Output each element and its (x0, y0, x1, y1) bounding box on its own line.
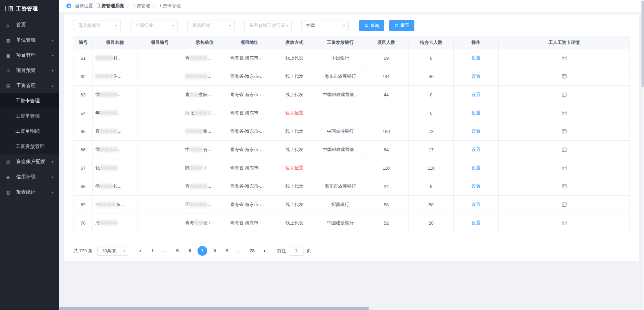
settings-link[interactable]: 设置 (472, 92, 481, 97)
breadcrumb-root[interactable]: 工资管理系统 (97, 3, 124, 9)
cell-contractor: 青某某某某... (182, 177, 227, 196)
cell-project-code (137, 214, 182, 232)
goto-label: 前往 (277, 248, 286, 254)
sidebar-item-home[interactable]: ⌂首页 (0, 17, 59, 32)
projects-table: 编号项目名称项目编号承包单位项目地址发放方式工资发放银行项目人数待办卡人数操作工… (74, 36, 630, 232)
page-size-select[interactable]: 10条/页 ▾ (97, 246, 129, 256)
cell-people: 110 (364, 159, 409, 177)
wage-card-detail-icon[interactable] (561, 147, 567, 152)
wage-card-detail-icon[interactable] (561, 129, 567, 134)
goto-page-input[interactable] (289, 246, 304, 256)
sidebar-item-report[interactable]: ▥报表统计▾ (0, 185, 59, 200)
cell-address: 青海省-海东市-... (227, 214, 272, 232)
cell-contractor: 中某某某有... (182, 141, 227, 159)
horizontal-scrollbar-thumb[interactable] (59, 307, 369, 310)
settings-link[interactable]: 设置 (472, 110, 481, 115)
cell-project-code (137, 49, 182, 67)
settings-link[interactable]: 设置 (472, 147, 481, 152)
sidebar-subitem[interactable]: 工资单管理 (0, 109, 59, 124)
table-header-row: 编号项目名称项目编号承包单位项目地址发放方式工资发放银行项目人数待办卡人数操作工… (74, 36, 630, 49)
cell-action: 设置 (454, 67, 499, 86)
cell-address: 青海省-海东市-... (227, 177, 272, 196)
wage-card-detail-icon[interactable] (561, 55, 567, 61)
cell-project-code (137, 141, 182, 159)
cell-method: 线上代发 (272, 177, 317, 196)
wage-card-detail-icon[interactable] (561, 220, 567, 226)
wage-card-detail-icon[interactable] (561, 202, 567, 207)
breadcrumb-prefix: 当前位置: (75, 3, 94, 9)
settings-link[interactable]: 设置 (472, 202, 481, 207)
breadcrumb-separator: / (127, 3, 129, 9)
chevron-down-icon: ▾ (52, 190, 54, 194)
sidebar-subitem[interactable]: 工资单明细 (0, 124, 59, 139)
filter-select-2[interactable]: 全部行业▾ (131, 20, 178, 31)
logo-divider (5, 6, 6, 11)
page-list: 1...56789...78 (146, 246, 258, 256)
settings-link[interactable]: 设置 (472, 184, 481, 189)
cell-bank: 海东市农商银行 (317, 177, 364, 196)
app-layout: 工资管理 ⌂首页▦单位管理▾▣项目管理▾⚠项目预警▾▤工资管理▴工资卡管理工资单… (0, 0, 644, 310)
sidebar-subitem[interactable]: 工资卡管理 (0, 93, 59, 109)
wage-card-detail-icon[interactable] (561, 110, 567, 116)
wage-card-detail-icon[interactable] (561, 92, 567, 97)
cell-pending: 9 (409, 177, 454, 196)
settings-link[interactable]: 设置 (472, 74, 481, 79)
wage-doc-logo-icon (8, 6, 13, 11)
page-button-7[interactable]: 7 (198, 246, 207, 256)
filter-select-3[interactable]: 所选区域▾ (188, 20, 235, 31)
table-row: 66循某某某某...中某某某有...青海省-海东市-...线上代发中国邮政储蓄银… (74, 141, 630, 159)
next-page-button[interactable]: › (260, 246, 269, 256)
sidebar-item-unit[interactable]: ▦单位管理▾ (0, 32, 59, 48)
cell-method: 线上代发 (272, 214, 317, 232)
reset-button[interactable]: 重置 (389, 20, 414, 31)
settings-link[interactable]: 设置 (472, 220, 481, 225)
filter-select-4[interactable]: 是否有施工许可证▾ (244, 20, 292, 31)
refresh-icon (394, 24, 398, 28)
prev-page-button[interactable]: ‹ (135, 246, 145, 256)
sidebar: 工资管理 ⌂首页▦单位管理▾▣项目管理▾⚠项目预警▾▤工资管理▴工资卡管理工资单… (0, 0, 59, 310)
vertical-scrollbar-thumb[interactable] (642, 1, 644, 87)
sidebar-item-project[interactable]: ▣项目管理▾ (0, 48, 59, 63)
settings-link[interactable]: 设置 (472, 165, 481, 170)
filter-select-1[interactable]: 请选择项目▾ (74, 20, 121, 31)
table-row: 692某某某某东...四某某某某...青海省-海东市-...线上代发招商银行58… (74, 196, 630, 214)
wage-card-detail-icon[interactable] (561, 165, 567, 171)
breadcrumb-item-wage[interactable]: 工资管理 (132, 3, 150, 9)
wage-card-detail-icon[interactable] (561, 74, 567, 79)
page-button-6[interactable]: 6 (185, 246, 195, 256)
blurred-text: 某某某某 (100, 147, 118, 152)
page-button-78[interactable]: 78 (247, 246, 257, 256)
chevron-down-icon: ▾ (172, 24, 174, 28)
search-button[interactable]: 查询 (359, 20, 384, 31)
blurred-text: 某某某某 (98, 202, 116, 207)
sidebar-item-label: 项目管理 (16, 52, 52, 58)
sidebar-item-warning[interactable]: ⚠项目预警▾ (0, 63, 59, 78)
sidebar-item-credit[interactable]: ◈信用评级▾ (0, 169, 59, 185)
cell-project-name: 某某某某住... (93, 67, 137, 86)
select-value: 全部行业 (135, 22, 171, 29)
cell-address: 青海省-海东市-... (227, 196, 272, 214)
page-button-1[interactable]: 1 (148, 246, 157, 256)
filter-select-5[interactable]: 在建▾ (301, 20, 349, 31)
search-button-label: 查询 (370, 22, 379, 29)
cell-pending: 17 (409, 141, 454, 159)
cell-project-code (137, 104, 182, 122)
sidebar-menu: ⌂首页▦单位管理▾▣项目管理▾⚠项目预警▾▤工资管理▴工资卡管理工资单管理工资单… (0, 17, 59, 200)
page-ellipsis[interactable]: ... (235, 246, 244, 256)
filter-selects: 请选择项目▾全部行业▾所选区域▾是否有施工许可证▾在建▾ (74, 20, 349, 31)
sidebar-subitem[interactable]: 工资发放管理 (0, 139, 59, 154)
table-row: 68循某某某拉...青某某某某...青海省-海东市-...线上代发海东市农商银行… (74, 177, 630, 196)
cell-bank: 中国邮政储蓄银... (317, 141, 364, 159)
page-button-9[interactable]: 9 (222, 246, 232, 256)
sidebar-item-fund[interactable]: ▧资金账户配置▾ (0, 154, 59, 169)
page-ellipsis[interactable]: ... (160, 246, 170, 256)
sidebar-item-wage[interactable]: ▤工资管理▴ (0, 78, 59, 93)
page-button-8[interactable]: 8 (210, 246, 220, 256)
cell-people: 58 (364, 196, 409, 214)
table-row: 67化某某某某...陕某某某工...青海省-海东市-...暂未配置110110设… (74, 159, 630, 177)
settings-link[interactable]: 设置 (472, 129, 481, 134)
vertical-scrollbar[interactable] (641, 0, 644, 310)
wage-card-detail-icon[interactable] (561, 184, 567, 189)
page-button-5[interactable]: 5 (173, 246, 182, 256)
settings-link[interactable]: 设置 (472, 55, 481, 60)
